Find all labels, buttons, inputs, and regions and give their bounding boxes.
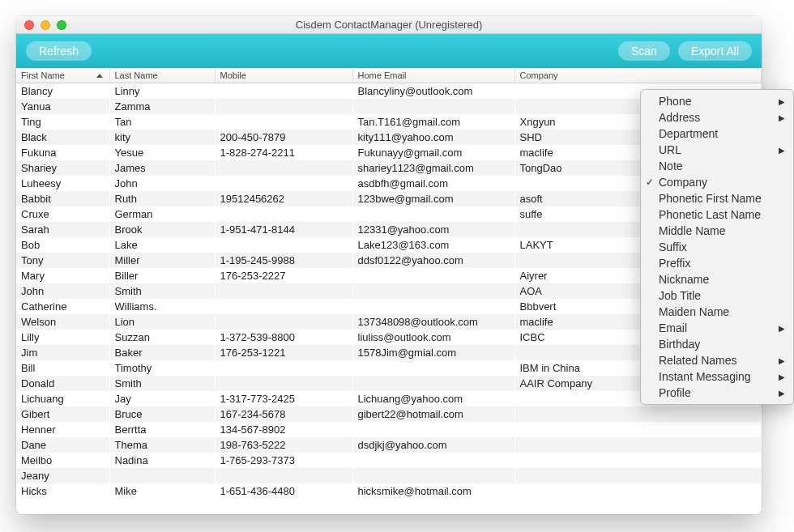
menu-item-phone[interactable]: Phone▶ xyxy=(641,93,793,109)
zoom-icon[interactable] xyxy=(57,20,66,30)
cell-first: Tony xyxy=(16,253,109,268)
cell-mobile: 200-450-7879 xyxy=(215,130,352,145)
table-row[interactable]: Jeany xyxy=(16,468,762,483)
col-last-name[interactable]: Last Name xyxy=(109,68,215,83)
cell-mobile: 134-567-8902 xyxy=(215,422,352,437)
menu-item-email[interactable]: Email▶ xyxy=(641,320,793,336)
menu-item-nickname[interactable]: Nickname xyxy=(641,271,793,287)
cell-last: Biller xyxy=(109,268,215,283)
menu-item-phonetic-last-name[interactable]: Phonetic Last Name xyxy=(641,206,793,223)
cell-first: Cruxe xyxy=(16,206,109,222)
minimize-icon[interactable] xyxy=(41,20,50,30)
menu-item-preffix[interactable]: Preffix xyxy=(641,255,793,271)
menu-item-company[interactable]: ✓Company xyxy=(641,174,793,190)
cell-email: shariey1123@gmail.com xyxy=(352,160,514,176)
cell-last: Zamma xyxy=(109,99,215,114)
refresh-button[interactable]: Refresh xyxy=(26,41,92,61)
cell-company xyxy=(514,422,762,437)
col-company[interactable]: Company xyxy=(514,68,762,83)
close-icon[interactable] xyxy=(24,20,34,30)
cell-company xyxy=(514,437,762,453)
table-row[interactable]: GibertBruce167-234-5678gibert22@hotmail.… xyxy=(16,406,762,422)
menu-item-url[interactable]: URL▶ xyxy=(641,142,793,158)
cell-last: Brook xyxy=(109,222,215,237)
menu-item-instant-messaging[interactable]: Instant Messaging▶ xyxy=(641,368,793,385)
cell-first: Dane xyxy=(16,437,109,453)
cell-email: Lichuang@yahoo.com xyxy=(352,391,514,406)
submenu-arrow-icon: ▶ xyxy=(779,97,785,106)
cell-email: kity111@yahoo.com xyxy=(352,130,514,145)
scan-button[interactable]: Scan xyxy=(618,41,670,61)
menu-item-phonetic-first-name[interactable]: Phonetic First Name xyxy=(641,190,793,206)
cell-mobile xyxy=(215,376,352,391)
cell-mobile xyxy=(215,83,352,100)
cell-email xyxy=(352,283,514,299)
cell-email: 12331@yahoo.com xyxy=(352,222,514,237)
table-row[interactable]: MeilboNadina1-765-293-7373 xyxy=(16,453,762,468)
cell-mobile: 1-951-471-8144 xyxy=(215,222,352,237)
cell-email: liuliss@outlook.com xyxy=(352,330,514,345)
cell-company xyxy=(514,406,762,422)
menu-item-label: Middle Name xyxy=(659,224,725,237)
table-row[interactable]: DaneThema198-763-5222dsdjkj@yahoo.com xyxy=(16,437,762,453)
menu-item-label: Department xyxy=(659,127,718,140)
menu-item-label: Address xyxy=(659,111,700,124)
table-row[interactable]: HicksMike1-651-436-4480hicksmike@hotmail… xyxy=(16,483,762,499)
cell-last: Bruce xyxy=(109,406,215,422)
cell-mobile: 1-317-773-2425 xyxy=(215,391,352,406)
cell-last: James xyxy=(109,160,215,176)
menu-item-birthday[interactable]: Birthday xyxy=(641,336,793,352)
cell-mobile xyxy=(215,283,352,299)
cell-last xyxy=(109,468,215,483)
cell-last: Lion xyxy=(109,314,215,330)
menu-item-address[interactable]: Address▶ xyxy=(641,109,793,126)
cell-last: Nadina xyxy=(109,453,215,468)
cell-last: Berrtta xyxy=(109,422,215,437)
menu-item-department[interactable]: Department xyxy=(641,126,793,142)
cell-email: 137348098@outlook.com xyxy=(352,314,514,330)
cell-first: Blancy xyxy=(16,83,109,100)
submenu-arrow-icon: ▶ xyxy=(779,324,785,333)
column-context-menu[interactable]: Phone▶Address▶DepartmentURL▶Note✓Company… xyxy=(640,89,794,405)
cell-email: Fukunayy@gmail.com xyxy=(352,145,514,160)
cell-email xyxy=(352,99,514,114)
cell-first: Shariey xyxy=(16,160,109,176)
cell-last: Timothy xyxy=(109,360,215,376)
cell-first: John xyxy=(16,283,109,299)
toolbar: Refresh Scan Export All xyxy=(16,34,762,68)
submenu-arrow-icon: ▶ xyxy=(779,389,785,398)
submenu-arrow-icon: ▶ xyxy=(779,372,785,381)
menu-item-note[interactable]: Note xyxy=(641,158,793,174)
cell-mobile: 167-234-5678 xyxy=(215,406,352,422)
cell-company xyxy=(514,453,762,468)
menu-item-profile[interactable]: Profile▶ xyxy=(641,385,793,401)
menu-item-suffix[interactable]: Suffix xyxy=(641,239,793,255)
titlebar: Cisdem ContactManager (Unregistered) xyxy=(16,16,762,34)
cell-last: Ruth xyxy=(109,191,215,206)
cell-mobile: 176-253-2227 xyxy=(215,268,352,283)
menu-item-label: Nickname xyxy=(659,273,709,286)
col-first-name[interactable]: First Name xyxy=(16,68,109,83)
menu-item-related-names[interactable]: Related Names▶ xyxy=(641,352,793,368)
cell-email xyxy=(352,468,514,483)
export-all-button[interactable]: Export All xyxy=(678,41,752,61)
submenu-arrow-icon: ▶ xyxy=(779,356,785,365)
menu-item-maiden-name[interactable]: Maiden Name xyxy=(641,304,793,320)
cell-first: Ting xyxy=(16,114,109,130)
menu-item-label: Related Names xyxy=(659,354,737,367)
cell-company xyxy=(514,468,762,483)
menu-item-label: Company xyxy=(659,176,707,189)
cell-mobile xyxy=(215,314,352,330)
check-icon: ✓ xyxy=(646,177,654,188)
cell-first: Hicks xyxy=(16,483,109,499)
menu-item-label: Phone xyxy=(659,95,691,108)
table-row[interactable]: HennerBerrtta134-567-8902 xyxy=(16,422,762,437)
menu-item-middle-name[interactable]: Middle Name xyxy=(641,223,793,239)
col-mobile[interactable]: Mobile xyxy=(215,68,352,83)
cell-last: Smith xyxy=(109,283,215,299)
menu-item-job-title[interactable]: Job Title xyxy=(641,287,793,304)
col-home-email[interactable]: Home Email xyxy=(352,68,514,83)
cell-mobile xyxy=(215,160,352,176)
cell-email: ddsf0122@yahoo.com xyxy=(352,253,514,268)
cell-last: Mike xyxy=(109,483,215,499)
